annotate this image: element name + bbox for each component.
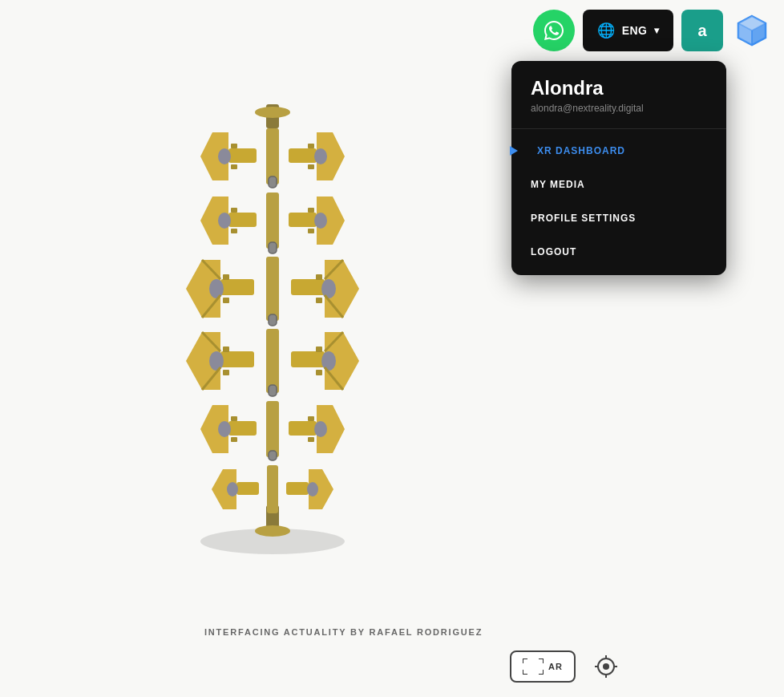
svg-rect-53 [223,370,229,375]
svg-rect-32 [266,257,279,321]
svg-rect-36 [316,274,322,280]
navbar: 🌐 ENG ▾ a [522,0,784,61]
svg-rect-60 [228,421,257,436]
svg-point-81 [603,663,609,670]
svg-rect-54 [316,370,322,375]
svg-rect-37 [223,298,229,303]
svg-point-21 [218,213,231,229]
svg-rect-15 [308,164,314,169]
svg-rect-55 [269,314,277,326]
dropdown-item-logout[interactable]: LOGOUT [511,235,726,269]
svg-rect-27 [269,176,277,188]
svg-point-11 [314,148,327,164]
xr-dashboard-label: XR DASHBOARD [537,145,625,156]
svg-rect-20 [266,192,279,249]
profile-settings-label: PROFILE SETTINGS [531,213,636,224]
ar-brackets-icon [523,659,544,675]
dropdown-user-info: Alondra alondra@nextreality.digital [511,77,726,129]
svg-point-65 [218,421,231,437]
svg-point-77 [227,482,238,496]
svg-point-33 [209,279,224,298]
svg-point-66 [314,421,327,437]
svg-rect-17 [289,213,317,227]
svg-point-2 [255,107,290,118]
svg-rect-6 [289,148,317,163]
svg-rect-69 [231,437,237,442]
ar-button[interactable]: AR [510,650,576,683]
svg-rect-51 [223,346,229,352]
svg-rect-35 [223,274,229,280]
dropdown-item-xr-dashboard[interactable]: XR DASHBOARD [511,134,726,168]
svg-point-34 [321,279,336,298]
dropdown-item-my-media[interactable]: MY MEDIA [511,168,726,201]
avatar-letter: a [697,22,706,40]
svg-rect-5 [228,148,257,163]
brand-icon [733,12,770,49]
svg-rect-72 [236,482,259,495]
artwork-caption: INTERFACING ACTUALITY BY RAFAEL RODRIGUE… [204,627,483,637]
svg-point-50 [321,351,336,371]
whatsapp-icon [543,19,565,42]
language-selector[interactable]: 🌐 ENG ▾ [583,10,673,51]
svg-rect-12 [231,144,237,148]
svg-point-10 [218,148,231,164]
svg-rect-79 [269,451,277,460]
svg-rect-25 [231,229,237,233]
svg-rect-73 [286,482,309,495]
logout-label: LOGOUT [531,246,576,257]
svg-rect-24 [308,208,314,213]
brand-icon-button[interactable] [731,10,773,51]
svg-point-49 [209,351,224,371]
scan-button[interactable] [587,647,625,686]
my-media-label: MY MEDIA [531,179,585,190]
svg-rect-48 [266,329,279,393]
svg-rect-26 [308,229,314,233]
ar-label: AR [548,662,563,671]
svg-rect-67 [231,416,237,421]
scan-icon [593,654,619,679]
svg-rect-76 [267,465,278,513]
dropdown-user-email: alondra@nextreality.digital [531,103,707,114]
dropdown-user-name: Alondra [531,77,707,99]
svg-rect-52 [316,346,322,352]
svg-rect-14 [231,164,237,169]
svg-rect-29 [291,279,325,295]
svg-rect-45 [291,351,325,367]
svg-point-78 [307,482,318,496]
svg-rect-44 [220,351,254,367]
language-label: ENG [622,24,648,37]
dropdown-item-profile-settings[interactable]: PROFILE SETTINGS [511,201,726,235]
whatsapp-button[interactable] [533,10,575,51]
svg-rect-28 [220,279,254,295]
svg-rect-16 [228,213,257,227]
arrow-indicator [510,146,518,156]
globe-icon: 🌐 [597,22,616,39]
svg-rect-61 [289,421,317,436]
svg-rect-64 [266,401,279,457]
svg-rect-13 [308,144,314,148]
svg-point-4 [255,525,290,537]
dropdown-menu: Alondra alondra@nextreality.digital XR D… [511,61,726,275]
chevron-down-icon: ▾ [654,25,660,36]
svg-rect-39 [269,242,277,253]
svg-point-22 [314,213,327,229]
sculpture-container [136,96,409,561]
svg-rect-68 [308,416,314,421]
svg-rect-23 [231,208,237,213]
svg-rect-70 [308,437,314,442]
svg-rect-38 [316,298,322,303]
sculpture-svg [136,96,409,561]
avatar-button[interactable]: a [681,10,723,51]
svg-rect-71 [269,385,277,396]
